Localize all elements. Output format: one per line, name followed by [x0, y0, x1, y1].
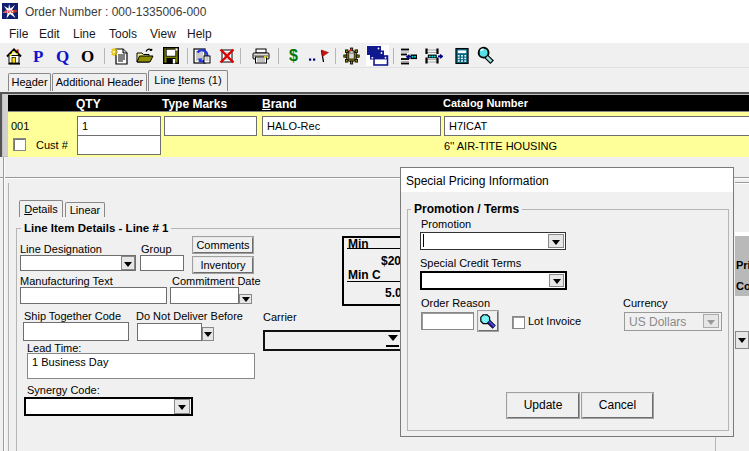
svg-text:avo: avo	[4, 8, 15, 14]
